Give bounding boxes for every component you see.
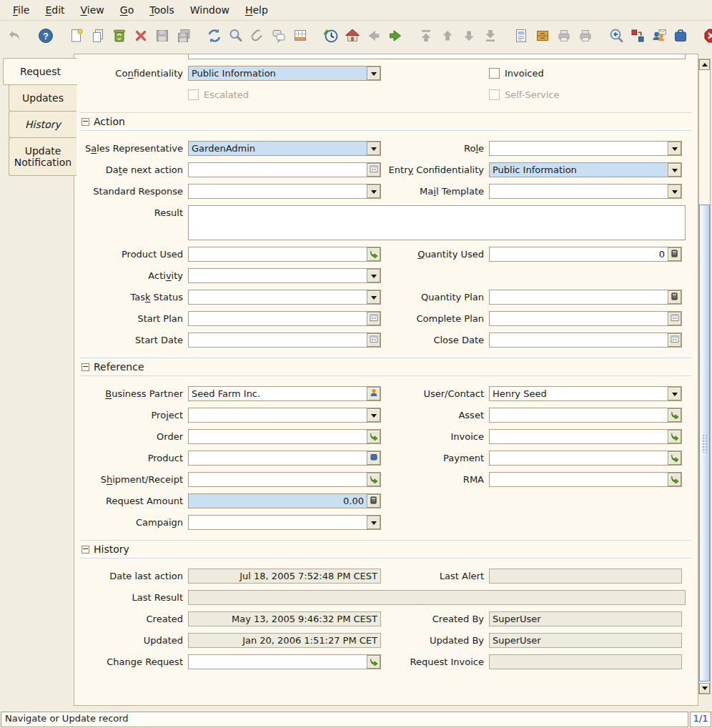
field-product[interactable] [188, 451, 381, 466]
section-reference-collapse-icon[interactable] [81, 363, 89, 371]
date-next-action-calendar-button[interactable] [367, 163, 380, 177]
field-result[interactable] [188, 205, 686, 240]
scroll-down-button[interactable] [699, 683, 710, 694]
complete-plan-calendar-button[interactable] [668, 312, 681, 325]
menu-view[interactable]: View [74, 1, 113, 19]
field-complete-plan[interactable] [489, 311, 682, 326]
request-amount-calculator-button[interactable] [367, 494, 380, 508]
detail-record-button[interactable] [385, 25, 406, 48]
confidentiality-combo-button[interactable] [367, 67, 380, 80]
tab-history[interactable]: History [9, 111, 76, 138]
help-button[interactable]: ? [35, 25, 56, 48]
quantity-plan-calculator-button[interactable] [668, 290, 681, 304]
menu-go[interactable]: Go [113, 1, 142, 19]
report-button[interactable] [510, 25, 532, 48]
field-start-plan[interactable] [188, 311, 381, 326]
field-quantity-plan[interactable] [489, 290, 682, 305]
field-mail-template[interactable] [489, 184, 682, 199]
find-button[interactable] [225, 25, 247, 48]
field-asset[interactable] [489, 408, 682, 423]
archive-button[interactable] [532, 25, 553, 48]
campaign-combo-button[interactable] [367, 516, 380, 529]
menu-tools[interactable]: Tools [142, 1, 183, 19]
field-task-status[interactable] [188, 290, 381, 305]
section-history-label: History [94, 543, 129, 555]
tab-request[interactable]: Request [3, 58, 77, 85]
change-request-record-zoom-button[interactable] [367, 655, 380, 669]
task-status-combo-button[interactable] [367, 290, 380, 304]
quantity-used-calculator-button[interactable] [668, 247, 681, 261]
start-date-calendar-button[interactable] [367, 333, 380, 347]
business-partner-search-button[interactable] [367, 387, 380, 400]
field-activity[interactable] [188, 268, 381, 283]
close-date-calendar-button[interactable] [668, 333, 681, 347]
field-standard-response[interactable] [188, 184, 381, 199]
attachment-button[interactable] [247, 25, 268, 48]
activity-combo-button[interactable] [367, 269, 380, 282]
field-business-partner[interactable]: Seed Farm Inc. [188, 386, 381, 401]
sales-representative-combo-button[interactable] [367, 142, 380, 155]
menu-edit[interactable]: Edit [38, 1, 73, 19]
scroll-up-button[interactable] [699, 59, 710, 70]
rma-record-zoom-button[interactable] [668, 473, 681, 486]
checkbox-invoiced[interactable]: Invoiced [489, 68, 681, 79]
field-change-request[interactable] [188, 654, 381, 669]
order-record-zoom-button[interactable] [367, 430, 380, 443]
field-quantity-used[interactable]: 0 [489, 247, 682, 262]
field-campaign[interactable] [188, 515, 381, 530]
field-order[interactable] [188, 429, 381, 444]
entry-confidentiality-combo-button[interactable] [668, 163, 681, 177]
field-start-date[interactable] [188, 333, 381, 348]
field-payment[interactable] [489, 451, 682, 466]
field-sales-representative[interactable]: GardenAdmin [188, 141, 381, 156]
field-request-amount[interactable]: 0.00 [188, 493, 381, 508]
menu-help[interactable]: Help [238, 1, 277, 19]
shipment-receipt-record-zoom-button[interactable] [367, 473, 380, 486]
project-combo-button[interactable] [367, 408, 380, 422]
product-search-button[interactable] [367, 451, 380, 465]
standard-response-combo-button[interactable] [367, 185, 380, 198]
delete-record-button[interactable] [109, 25, 130, 48]
field-shipment-receipt[interactable] [188, 472, 381, 487]
zoom-across-button[interactable] [605, 25, 627, 48]
menu-home-button[interactable] [342, 25, 363, 48]
grid-toggle-button[interactable] [290, 25, 311, 48]
section-action-collapse-icon[interactable] [81, 118, 89, 126]
check-requests-button[interactable] [648, 25, 670, 48]
history-button[interactable] [320, 25, 342, 48]
field-user-contact[interactable]: Henry Seed [489, 386, 682, 401]
chevron-down-icon [371, 72, 377, 79]
field-entry-confidentiality[interactable]: Public Information [489, 162, 682, 177]
field-rma[interactable] [489, 472, 682, 487]
start-plan-calendar-button[interactable] [367, 312, 380, 325]
section-history-collapse-icon[interactable] [81, 546, 89, 554]
scrollbar-thumb[interactable] [699, 205, 710, 682]
field-close-date[interactable] [489, 333, 682, 348]
product-used-record-zoom-button[interactable] [367, 247, 380, 261]
product-info-button[interactable] [670, 25, 691, 48]
field-role[interactable] [489, 141, 682, 156]
refresh-button[interactable] [204, 25, 225, 48]
new-record-button[interactable] [66, 25, 87, 48]
invoice-record-zoom-button[interactable] [668, 430, 681, 443]
mail-template-combo-button[interactable] [668, 185, 681, 198]
workflow-button[interactable] [627, 25, 648, 48]
exit-button[interactable] [701, 25, 712, 48]
tab-update-notification[interactable]: Update Notification [9, 137, 76, 176]
field-confidentiality[interactable]: Public Information [188, 66, 381, 81]
asset-record-zoom-button[interactable] [668, 408, 681, 422]
field-invoice[interactable] [489, 429, 682, 444]
field-date-next-action[interactable] [188, 162, 381, 177]
vertical-scrollbar[interactable] [698, 59, 711, 694]
user-contact-combo-button[interactable] [668, 387, 681, 400]
field-product-used[interactable] [188, 247, 381, 262]
role-combo-button[interactable] [668, 142, 681, 155]
copy-record-button[interactable] [87, 25, 109, 48]
chat-button[interactable] [268, 25, 290, 48]
delete-selection-button[interactable] [130, 25, 152, 48]
field-project[interactable] [188, 408, 381, 423]
menu-file[interactable]: File [6, 1, 38, 19]
payment-record-zoom-button[interactable] [668, 451, 681, 465]
tab-updates[interactable]: Updates [9, 84, 76, 112]
menu-window[interactable]: Window [183, 1, 238, 19]
